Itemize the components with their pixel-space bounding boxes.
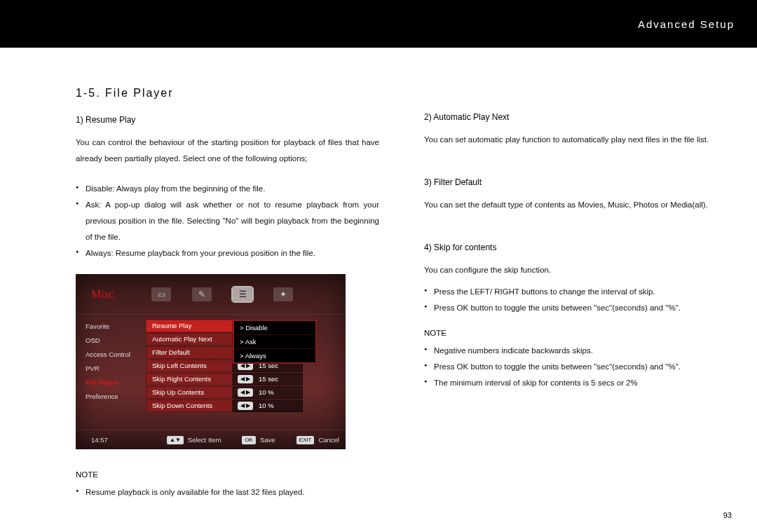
resume-play-para: You can control the behaviour of the sta… xyxy=(76,135,379,167)
skip-list: Press the LEFT/ RIGHT buttons to change … xyxy=(424,284,728,316)
settings-row: Skip Up Contents◀ ▶10 % xyxy=(146,386,346,399)
left-menu-item: File Player xyxy=(76,375,146,389)
list-item: Always: Resume playback from your previo… xyxy=(76,245,379,261)
resume-play-head: 1) Resume Play xyxy=(76,115,379,125)
mouse-icon: ✎ xyxy=(192,287,212,301)
note-list: Resume playback is only available for th… xyxy=(76,484,379,500)
settings-row: Skip Right Contents◀ ▶15 sec xyxy=(146,372,346,386)
resume-play-list: Disable: Always play from the beginning … xyxy=(76,181,379,261)
left-column: 1-5. File Player 1) Resume Play You can … xyxy=(76,87,379,513)
hint-cancel: EXITCancel xyxy=(296,436,339,444)
selected-list-icon: ☰ xyxy=(233,287,252,301)
misc-label: Misc. xyxy=(91,288,116,301)
list-item: Press OK button to toggle the units betw… xyxy=(424,300,728,316)
clock: 14:57 xyxy=(91,436,146,444)
section-title: 1-5. File Player xyxy=(76,87,379,100)
page-number: 93 xyxy=(723,511,732,519)
list-item: Disable: Always play from the beginning … xyxy=(76,181,379,197)
left-menu-item: Preference xyxy=(76,389,146,403)
filter-default-para: You can set the default type of contents… xyxy=(424,197,728,213)
top-icon-row: ▭ ✎ ☰ ✦ xyxy=(151,287,293,301)
list-item: Press OK button to toggle the units betw… xyxy=(424,359,728,375)
device-icon: ▭ xyxy=(151,287,171,301)
dropdown-option: > Ask xyxy=(234,335,315,349)
list-item: The minimum interval of skip for content… xyxy=(424,375,728,391)
left-menu-item: PVR xyxy=(76,361,146,375)
header-title: Advanced Setup xyxy=(638,18,735,30)
dropdown-option: > Always xyxy=(234,349,315,362)
settings-row: Skip Down Contents◀ ▶10 % xyxy=(146,399,346,412)
note-label: NOTE xyxy=(424,329,728,337)
left-menu-item: Access Control xyxy=(76,347,146,361)
left-menu-item: Favorite xyxy=(76,319,146,333)
auto-play-head: 2) Automatic Play Next xyxy=(424,112,728,122)
list-item: Resume playback is only available for th… xyxy=(76,484,379,500)
resume-play-dropdown: > Disable> Ask> Always xyxy=(233,320,317,364)
left-menu-item: OSD xyxy=(76,333,146,347)
hint-save: OKSave xyxy=(242,436,275,444)
list-item: Press the LEFT/ RIGHT buttons to change … xyxy=(424,284,728,300)
note-list: Negative numbers indicate backwards skip… xyxy=(424,343,728,391)
settings-screenshot: Misc. ▭ ✎ ☰ ✦ FavoriteOSDAccess ControlP… xyxy=(76,274,346,449)
list-item: Ask: A pop-up dialog will ask whether or… xyxy=(76,197,379,245)
skip-para: You can configure the skip function. xyxy=(424,262,728,278)
header-bar: Advanced Setup xyxy=(0,0,757,48)
dropdown-option: > Disable xyxy=(234,321,315,335)
hint-select: ▲▼Select Item xyxy=(167,436,221,444)
auto-play-para: You can set automatic play function to a… xyxy=(424,132,728,148)
note-label: NOTE xyxy=(76,470,379,479)
list-item: Negative numbers indicate backwards skip… xyxy=(424,343,728,359)
right-column: 2) Automatic Play Next You can set autom… xyxy=(424,87,728,513)
skip-head: 4) Skip for contents xyxy=(424,243,728,252)
tools-icon: ✦ xyxy=(273,287,293,301)
filter-default-head: 3) Filter Default xyxy=(424,177,728,187)
left-menu: FavoriteOSDAccess ControlPVRFile PlayerP… xyxy=(76,315,146,427)
